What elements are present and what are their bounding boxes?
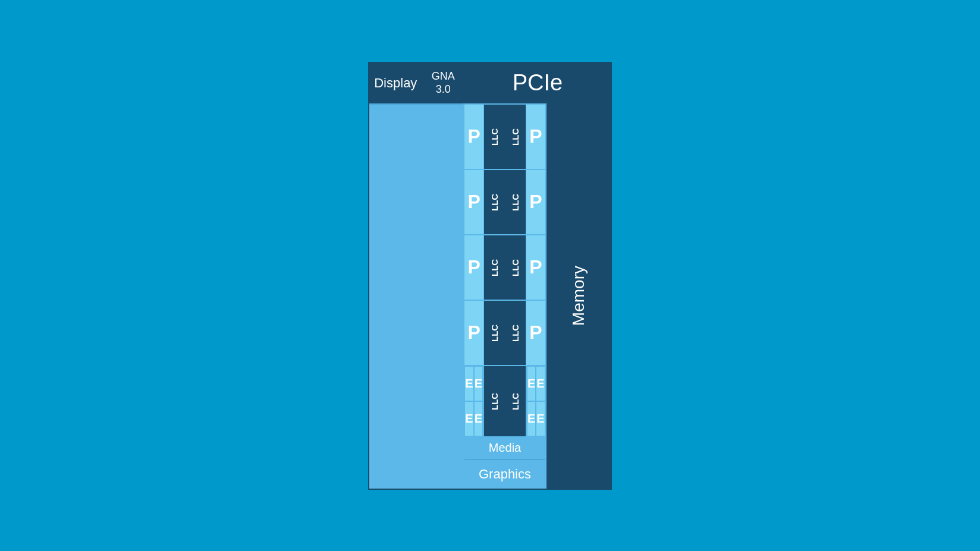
- ecore-sub-row-1: E E: [464, 366, 483, 401]
- p-cell-1-left: P: [464, 105, 483, 169]
- e-cell-4: E: [474, 401, 483, 436]
- llc-cell-3a: LLC: [483, 235, 505, 300]
- e-cell-6: E: [536, 366, 545, 401]
- pcore-row-3: P LLC LLC P: [464, 234, 545, 300]
- p-cell-2-right: P: [526, 170, 545, 234]
- header-pcie: PCIe: [464, 63, 610, 103]
- center-section: P LLC LLC P P LLC LLC: [464, 103, 545, 489]
- p-cell-3-right: P: [526, 235, 545, 300]
- body-row: P LLC LLC P P LLC LLC: [369, 103, 610, 489]
- llc-cell-1a: LLC: [483, 105, 505, 169]
- display-spacer: [369, 103, 463, 489]
- e-cell-5: E: [527, 366, 536, 401]
- llc-cell-2a: LLC: [483, 170, 505, 234]
- memory-label: Memory: [569, 266, 588, 326]
- llc-pair-2: LLC LLC: [483, 170, 526, 234]
- ecore-llc-cell-b: LLC: [505, 366, 526, 436]
- llc-pair-3: LLC LLC: [483, 235, 526, 300]
- header-gna: GNA3.0: [422, 63, 464, 103]
- ecore-sub-row-2: E E: [464, 401, 483, 436]
- ecore-row: E E E E LLC LLC E E: [464, 365, 545, 436]
- chip-diagram: Display GNA3.0 PCIe P LLC LLC: [368, 62, 611, 490]
- ecore-cluster-right: E E E E: [526, 366, 545, 436]
- ecore-cluster-left: E E E E: [464, 366, 483, 436]
- pcore-row-4: P LLC LLC P: [464, 300, 545, 365]
- pcore-row-1: P LLC LLC P: [464, 103, 545, 169]
- p-cell-3-left: P: [464, 235, 483, 300]
- ecore-llc-pair: LLC LLC: [483, 366, 526, 436]
- p-cell-2-left: P: [464, 170, 483, 234]
- ecore-sub-row-3: E E: [527, 366, 545, 401]
- header-display: Display: [369, 63, 422, 103]
- graphics-bar: Graphics: [464, 459, 545, 489]
- media-bar: Media: [464, 436, 545, 459]
- e-cell-8: E: [536, 401, 545, 436]
- llc-cell-2b: LLC: [505, 170, 526, 234]
- pcore-row-2: P LLC LLC P: [464, 169, 545, 234]
- ecore-llc-cell-a: LLC: [483, 366, 505, 436]
- p-cell-4-left: P: [464, 301, 483, 365]
- ecore-sub-row-4: E E: [527, 401, 545, 436]
- e-cell-7: E: [527, 401, 536, 436]
- llc-cell-4a: LLC: [483, 301, 505, 365]
- e-cell-1: E: [464, 366, 473, 401]
- llc-cell-3b: LLC: [505, 235, 526, 300]
- header-row: Display GNA3.0 PCIe: [369, 63, 610, 103]
- p-cell-4-right: P: [526, 301, 545, 365]
- p-cell-1-right: P: [526, 105, 545, 169]
- memory-column: Memory: [545, 103, 611, 489]
- llc-pair-1: LLC LLC: [483, 105, 526, 169]
- e-cell-3: E: [464, 401, 473, 436]
- llc-cell-4b: LLC: [505, 301, 526, 365]
- e-cell-2: E: [474, 366, 483, 401]
- llc-pair-4: LLC LLC: [483, 301, 526, 365]
- llc-cell-1b: LLC: [505, 105, 526, 169]
- left-side: [369, 103, 464, 489]
